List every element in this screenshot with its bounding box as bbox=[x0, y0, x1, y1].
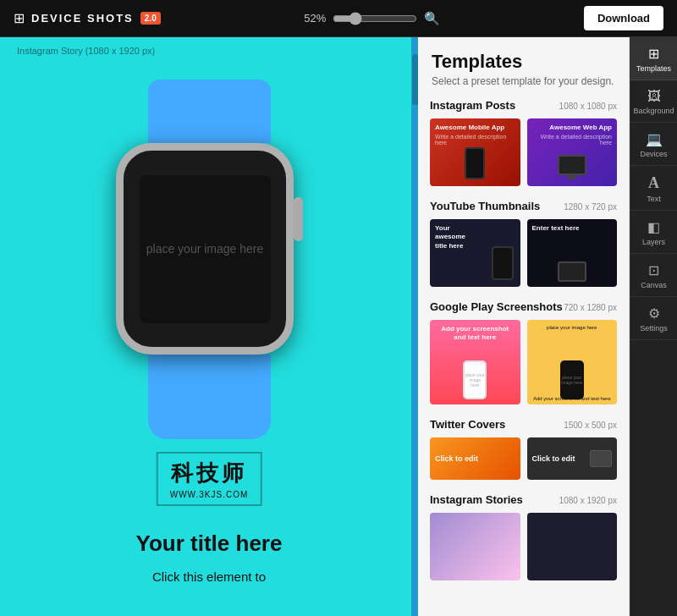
version-badge: 2.0 bbox=[140, 12, 161, 25]
watch-placeholder: place your image here bbox=[146, 239, 264, 258]
template-card-yt1[interactable]: Yourawesometitle here bbox=[430, 219, 520, 287]
text-label: Text bbox=[647, 195, 661, 203]
section-header-yt: YouTube Thumbnails 1280 x 720 px bbox=[430, 200, 617, 212]
section-youtube: YouTube Thumbnails 1280 x 720 px Yourawe… bbox=[418, 191, 629, 292]
templates-panel: Templates Select a preset template for y… bbox=[418, 37, 630, 616]
section-size-yt: 1280 x 720 px bbox=[564, 202, 617, 212]
devices-icon: 💻 bbox=[646, 131, 663, 147]
watch-band-top bbox=[148, 80, 271, 143]
templates-grid: Awesome Mobile App Write a detailed desc… bbox=[430, 118, 617, 186]
watermark-cn: 科技师 bbox=[170, 459, 249, 488]
watermark-url: WWW.3KJS.COM bbox=[170, 490, 249, 499]
section-title-tw: Twitter Covers bbox=[430, 418, 505, 431]
scroll-thumb bbox=[412, 54, 418, 105]
section-header: Instagram Posts 1080 x 1080 px bbox=[430, 99, 617, 112]
template-card-ig1[interactable]: Awesome Mobile App Write a detailed desc… bbox=[430, 118, 520, 186]
watch-crown bbox=[294, 197, 303, 241]
canvas-title[interactable]: Your title here bbox=[136, 531, 283, 557]
section-header-gp: Google Play Screenshots 720 x 1280 px bbox=[430, 300, 617, 313]
canvas-label: Canvas bbox=[641, 281, 667, 289]
app-title: DEVICE SHOTS bbox=[31, 12, 134, 25]
template-card-ig2[interactable]: Awesome Web App Write a detailed descrip… bbox=[527, 118, 618, 186]
template-card-is1[interactable] bbox=[430, 513, 520, 580]
canvas-scrollbar[interactable] bbox=[411, 37, 418, 616]
templates-icon: ⊞ bbox=[648, 46, 659, 62]
section-header-is: Instagram Stories 1080 x 1920 px bbox=[430, 493, 617, 506]
zoom-value: 52% bbox=[304, 12, 326, 25]
header: ⊞ DEVICE SHOTS 2.0 52% 🔍 Download bbox=[0, 0, 677, 37]
template-card-tw1[interactable]: Click to edit bbox=[430, 437, 520, 480]
section-twitter: Twitter Covers 1500 x 500 px Click to ed… bbox=[418, 410, 629, 485]
section-size-is: 1080 x 1920 px bbox=[559, 496, 617, 505]
device-container: place your image here bbox=[116, 80, 302, 439]
canvas-icon: ⊡ bbox=[648, 262, 659, 278]
sidebar-btn-devices[interactable]: 💻 Devices bbox=[630, 123, 678, 166]
section-instagram-posts: Instagram Posts 1080 x 1080 px Awesome M… bbox=[418, 91, 629, 191]
canvas-area: Instagram Story (1080 x 1920 px) place y… bbox=[0, 37, 418, 616]
text-icon: A bbox=[648, 174, 659, 192]
template-card-is2[interactable] bbox=[527, 513, 618, 580]
template-card-yt2[interactable]: Enter text here bbox=[527, 219, 618, 287]
header-left: ⊞ DEVICE SHOTS 2.0 bbox=[14, 10, 161, 26]
sidebar-btn-text[interactable]: A Text bbox=[630, 166, 678, 211]
template-card-gp2[interactable]: place your image here place yourimage he… bbox=[527, 320, 618, 404]
zoom-slider[interactable] bbox=[333, 12, 417, 25]
watch-screen: place your image here bbox=[140, 175, 271, 323]
download-button[interactable]: Download bbox=[584, 6, 663, 30]
watch-band-bottom bbox=[148, 355, 271, 439]
section-size: 1080 x 1080 px bbox=[559, 102, 617, 111]
section-title-is: Instagram Stories bbox=[430, 493, 523, 506]
header-center: 52% 🔍 bbox=[304, 11, 440, 26]
section-google-play: Google Play Screenshots 720 x 1280 px Ad… bbox=[418, 292, 629, 410]
sidebar-btn-canvas[interactable]: ⊡ Canvas bbox=[630, 254, 678, 297]
section-instagram-stories: Instagram Stories 1080 x 1920 px bbox=[418, 485, 629, 586]
main: Instagram Story (1080 x 1920 px) place y… bbox=[0, 37, 677, 616]
settings-label: Settings bbox=[640, 324, 668, 333]
devices-label: Devices bbox=[640, 150, 667, 158]
panel-subtitle: Select a preset template for your design… bbox=[432, 75, 615, 87]
sidebar-btn-settings[interactable]: ⚙ Settings bbox=[630, 297, 678, 340]
logo-icon: ⊞ bbox=[14, 10, 25, 26]
section-title-yt: YouTube Thumbnails bbox=[430, 200, 540, 212]
right-sidebar: ⊞ Templates 🖼 Background 💻 Devices A Tex… bbox=[630, 37, 677, 616]
panel-title: Templates bbox=[432, 51, 615, 73]
section-size-gp: 720 x 1280 px bbox=[564, 303, 617, 312]
search-button[interactable]: 🔍 bbox=[424, 11, 440, 26]
background-icon: 🖼 bbox=[647, 89, 661, 104]
watch-body: place your image here bbox=[116, 143, 294, 355]
sidebar-btn-background[interactable]: 🖼 Background bbox=[630, 80, 678, 123]
template-card-tw2[interactable]: Click to edit bbox=[527, 437, 618, 480]
watermark: 科技师 WWW.3KJS.COM bbox=[157, 452, 262, 506]
layers-label: Layers bbox=[642, 238, 665, 246]
sidebar-btn-templates[interactable]: ⊞ Templates bbox=[630, 37, 678, 80]
section-title-gp: Google Play Screenshots bbox=[430, 300, 563, 313]
canvas-subtitle[interactable]: Click this element to bbox=[152, 569, 266, 584]
section-header-tw: Twitter Covers 1500 x 500 px bbox=[430, 418, 617, 431]
settings-icon: ⚙ bbox=[648, 305, 660, 322]
template-card-gp1[interactable]: Add your screenshot and text here place … bbox=[430, 320, 520, 404]
canvas-label: Instagram Story (1080 x 1920 px) bbox=[17, 46, 155, 56]
templates-label: Templates bbox=[636, 64, 671, 73]
section-size-tw: 1500 x 500 px bbox=[564, 421, 617, 430]
layers-icon: ◧ bbox=[647, 219, 660, 235]
sidebar-btn-layers[interactable]: ◧ Layers bbox=[630, 211, 678, 254]
section-title: Instagram Posts bbox=[430, 99, 515, 112]
background-label: Background bbox=[633, 107, 674, 115]
watermark-box: 科技师 WWW.3KJS.COM bbox=[157, 452, 262, 506]
panel-header: Templates Select a preset template for y… bbox=[418, 37, 629, 91]
